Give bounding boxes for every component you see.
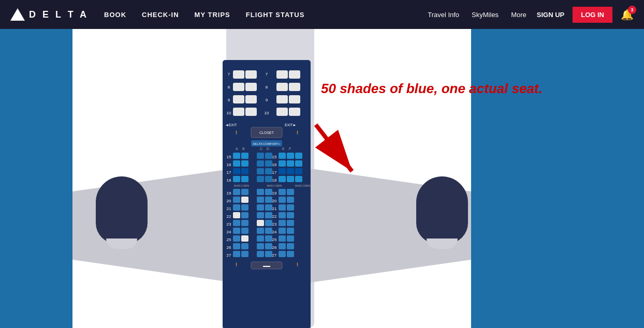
svg-rect-63 [279, 168, 286, 174]
svg-text:18: 18 [272, 178, 277, 183]
svg-rect-42 [257, 153, 264, 159]
svg-rect-20 [233, 108, 244, 116]
svg-rect-5 [276, 70, 288, 79]
svg-rect-67 [233, 176, 240, 182]
svg-rect-46 [287, 153, 294, 159]
svg-rect-18 [289, 95, 300, 103]
svg-rect-106 [265, 212, 272, 218]
annotation-text: 50 shades of blue, one actual seat. [321, 81, 543, 97]
nav-book[interactable]: BOOK [104, 11, 126, 19]
svg-rect-51 [257, 160, 264, 167]
svg-text:CLOSET: CLOSET [259, 131, 274, 135]
svg-text:17: 17 [227, 170, 231, 175]
svg-rect-124 [279, 228, 286, 234]
svg-rect-125 [287, 228, 294, 234]
notification-badge: 3 [628, 6, 636, 14]
svg-text:24: 24 [272, 230, 277, 234]
svg-text:D: D [267, 147, 269, 151]
svg-rect-15 [245, 95, 257, 103]
svg-text:15: 15 [227, 155, 231, 159]
svg-rect-17 [276, 95, 288, 103]
seat-map-svg: 7 7 8 8 9 9 10 10 [223, 60, 311, 328]
notification-bell[interactable]: 🔔 3 [621, 8, 634, 21]
svg-text:21: 21 [227, 206, 231, 211]
svg-rect-136 [241, 243, 248, 249]
svg-text:🚶: 🚶 [295, 262, 300, 267]
svg-rect-81 [257, 189, 264, 195]
svg-rect-52 [265, 160, 272, 167]
svg-rect-116 [279, 220, 286, 226]
svg-rect-104 [241, 212, 248, 218]
svg-rect-140 [279, 243, 286, 249]
svg-rect-56 [295, 160, 302, 167]
nav-right: SIGN UP LOG IN 🔔 3 [537, 7, 634, 23]
annotation-emphasis: one actual seat. [437, 81, 542, 96]
svg-rect-133 [287, 235, 294, 242]
svg-rect-85 [287, 189, 294, 195]
svg-rect-72 [279, 176, 286, 182]
svg-rect-11 [276, 83, 288, 91]
svg-rect-128 [241, 235, 248, 242]
svg-text:🚶: 🚶 [234, 262, 239, 267]
svg-rect-84 [279, 189, 286, 195]
svg-rect-148 [279, 251, 286, 257]
svg-rect-143 [233, 251, 240, 257]
svg-rect-45 [279, 153, 286, 159]
svg-text:🚶: 🚶 [234, 130, 239, 135]
nav-checkin[interactable]: CHECK-IN [142, 11, 179, 19]
nav-skymiles[interactable]: SkyMiles [472, 11, 499, 19]
svg-text:🚶: 🚶 [295, 130, 300, 135]
svg-rect-149 [287, 251, 294, 257]
svg-rect-88 [241, 197, 248, 203]
annotation-main: 50 shades of blue, [321, 81, 437, 96]
svg-rect-82 [265, 189, 272, 195]
svg-text:16: 16 [227, 162, 231, 167]
svg-text:▬▬: ▬▬ [263, 264, 270, 267]
login-button[interactable]: LOG IN [573, 7, 612, 23]
svg-rect-12 [289, 83, 300, 91]
svg-text:7: 7 [266, 72, 268, 77]
delta-triangle-icon [10, 8, 25, 21]
signup-button[interactable]: SIGN UP [537, 11, 564, 19]
svg-rect-98 [265, 204, 272, 211]
svg-rect-74 [295, 176, 302, 182]
nav-flightstatus[interactable]: FLIGHT STATUS [246, 11, 305, 19]
svg-text:DELTA COMFORT+: DELTA COMFORT+ [253, 142, 281, 145]
svg-rect-127 [233, 235, 240, 242]
delta-logo[interactable]: D E L T A [10, 8, 89, 21]
svg-rect-49 [233, 160, 240, 167]
svg-rect-101 [287, 204, 294, 211]
svg-rect-108 [279, 212, 286, 218]
svg-rect-100 [279, 204, 286, 211]
svg-rect-95 [233, 204, 240, 211]
svg-text:B: B [242, 147, 245, 151]
svg-rect-41 [241, 153, 248, 159]
nav-secondary-links: Travel Info SkyMiles More [428, 11, 526, 19]
svg-text:8: 8 [266, 85, 268, 90]
svg-rect-96 [241, 204, 248, 211]
svg-rect-69 [257, 176, 264, 182]
nav-mytrips[interactable]: MY TRIPS [195, 11, 230, 19]
svg-rect-93 [287, 197, 294, 203]
svg-rect-114 [265, 220, 272, 226]
svg-text:18: 18 [227, 178, 231, 183]
main-nav: D E L T A BOOK CHECK-IN MY TRIPS FLIGHT … [0, 0, 644, 29]
svg-rect-120 [241, 228, 248, 234]
svg-text:9: 9 [228, 98, 230, 102]
svg-text:24: 24 [227, 230, 231, 234]
svg-rect-21 [245, 108, 257, 116]
svg-rect-89 [257, 197, 264, 203]
svg-rect-47 [295, 153, 302, 159]
svg-rect-103 [233, 212, 240, 218]
airplane-diagram: 7 7 8 8 9 9 10 10 [0, 29, 644, 328]
svg-rect-121 [257, 228, 264, 234]
svg-rect-97 [257, 204, 264, 211]
annotation-arrow [305, 120, 373, 187]
svg-rect-119 [233, 228, 240, 234]
nav-more[interactable]: More [511, 11, 526, 19]
nav-main-links: BOOK CHECK-IN MY TRIPS FLIGHT STATUS [104, 11, 428, 19]
svg-text:23: 23 [272, 222, 277, 227]
svg-rect-9 [245, 83, 257, 91]
svg-text:25: 25 [227, 237, 231, 242]
nav-travelinfo[interactable]: Travel Info [428, 11, 459, 19]
